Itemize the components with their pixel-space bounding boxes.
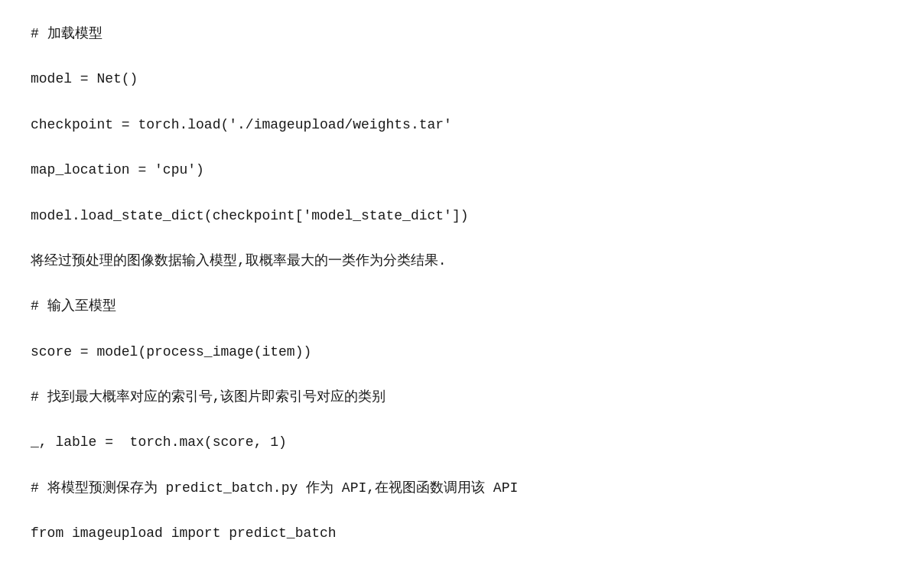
code-line-line2: model = Net()	[31, 68, 893, 91]
code-line-line5: model.load_state_dict(checkpoint['model_…	[31, 205, 893, 228]
code-line-line3: checkpoint = torch.load('./imageupload/w…	[31, 114, 893, 137]
code-line-line1: # 加载模型	[31, 23, 893, 46]
code-line-line4: map_location = 'cpu')	[31, 159, 893, 182]
code-line-line9: # 找到最大概率对应的索引号,该图片即索引号对应的类别	[31, 386, 893, 409]
code-block: # 加载模型 model = Net() checkpoint = torch.…	[31, 23, 893, 566]
code-line-line11: # 将模型预测保存为 predict_batch.py 作为 API,在视图函数…	[31, 477, 893, 500]
code-line-line7: # 输入至模型	[31, 295, 893, 318]
code-line-line6: 将经过预处理的图像数据输入模型,取概率最大的一类作为分类结果.	[31, 250, 893, 273]
code-line-line12: from imageupload import predict_batch	[31, 522, 893, 545]
code-line-line10: _, lable = torch.max(score, 1)	[31, 431, 893, 454]
code-line-line8: score = model(process_image(item))	[31, 341, 893, 364]
